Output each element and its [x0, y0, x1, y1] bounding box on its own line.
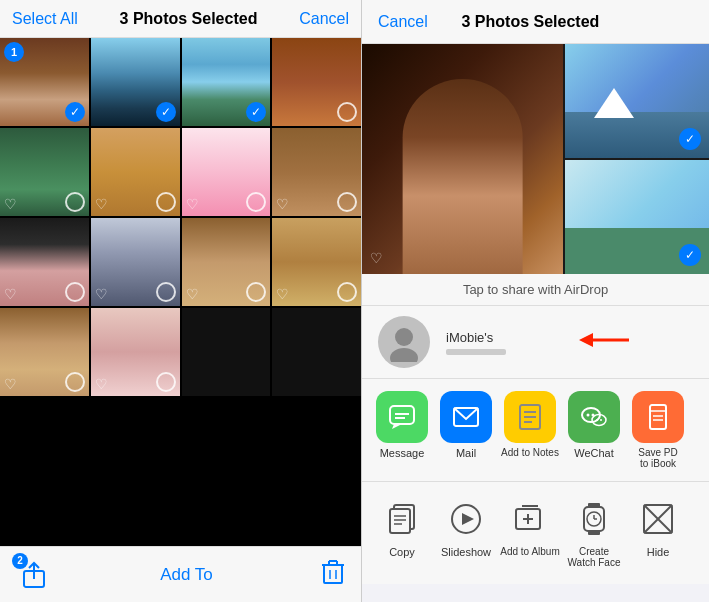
red-arrow — [579, 325, 629, 359]
check-empty-icon — [337, 282, 357, 302]
preview-main-photo[interactable]: ♡ — [362, 44, 563, 274]
slideshow-icon — [445, 498, 487, 540]
heart-icon: ♡ — [95, 286, 108, 302]
photo-cell[interactable]: 1 ✓ — [0, 38, 89, 126]
preview-top-photo[interactable]: ✓ — [565, 44, 709, 158]
more-action-copy[interactable]: Copy — [370, 498, 434, 568]
share-button[interactable]: 2 — [16, 557, 52, 593]
check-empty-icon — [156, 372, 176, 392]
right-header: Cancel 3 Photos Selected — [362, 0, 709, 44]
check-icon: ✓ — [246, 102, 266, 122]
copy-icon — [381, 498, 423, 540]
wechat-label: WeChat — [574, 447, 614, 459]
watch-face-icon — [573, 498, 615, 540]
watch-face-label: CreateWatch Face — [568, 546, 621, 568]
heart-icon: ♡ — [186, 196, 199, 212]
more-action-hide[interactable]: Hide — [626, 498, 690, 568]
svg-point-9 — [395, 328, 413, 346]
left-header-title: 3 Photos Selected — [120, 10, 258, 28]
more-action-watch-face[interactable]: CreateWatch Face — [562, 498, 626, 568]
left-cancel-button[interactable]: Cancel — [299, 10, 349, 28]
check-empty-icon — [156, 282, 176, 302]
photo-cell[interactable]: ♡ — [272, 218, 361, 306]
slideshow-label: Slideshow — [441, 546, 491, 558]
message-label: Message — [380, 447, 425, 459]
photo-cell[interactable]: ✓ — [91, 38, 180, 126]
photo-grid: 1 ✓ ✓ ✓ ♡ ♡ ♡ ♡ ♡ — [0, 38, 361, 546]
svg-point-22 — [587, 414, 590, 417]
heart-icon: ♡ — [95, 196, 108, 212]
contact-name: iMobie's — [446, 330, 506, 355]
photo-cell[interactable]: ♡ — [182, 218, 271, 306]
photo-cell[interactable] — [272, 38, 361, 126]
notes-label: Add to Notes — [501, 447, 559, 458]
check-empty-icon — [65, 372, 85, 392]
more-action-add-album[interactable]: Add to Album — [498, 498, 562, 568]
check-empty-icon — [337, 192, 357, 212]
photo-cell[interactable]: ♡ — [91, 128, 180, 216]
check-empty-icon — [246, 282, 266, 302]
photo-cell-empty — [272, 308, 361, 396]
contact-name-redacted — [446, 349, 506, 355]
share-actions-row: Message Mail Add to Notes — [362, 379, 709, 482]
svg-marker-37 — [462, 513, 474, 525]
right-panel: Cancel 3 Photos Selected ♡ ✓ ✓ Tap to sh… — [362, 0, 709, 602]
more-action-slideshow[interactable]: Slideshow — [434, 498, 498, 568]
footer-badge: 2 — [12, 553, 28, 569]
select-all-button[interactable]: Select All — [12, 10, 78, 28]
svg-point-26 — [600, 419, 602, 421]
right-cancel-button[interactable]: Cancel — [378, 13, 428, 31]
arrow-icon — [579, 325, 629, 355]
check-empty-icon — [65, 192, 85, 212]
photo-cell[interactable]: ♡ — [0, 308, 89, 396]
svg-rect-32 — [390, 509, 410, 533]
share-action-wechat[interactable]: WeChat — [562, 391, 626, 469]
svg-point-25 — [596, 419, 598, 421]
svg-rect-2 — [324, 565, 342, 583]
notes-icon — [504, 391, 556, 443]
selection-badge: 1 — [4, 42, 24, 62]
contact-name-text: iMobie's — [446, 330, 506, 345]
share-action-ibooks[interactable]: Save PDto iBook — [626, 391, 690, 469]
right-header-title: 3 Photos Selected — [461, 13, 599, 31]
ibooks-icon — [632, 391, 684, 443]
photo-cell[interactable]: ♡ — [91, 218, 180, 306]
wechat-icon — [568, 391, 620, 443]
heart-icon: ♡ — [186, 286, 199, 302]
photo-cell[interactable]: ♡ — [0, 218, 89, 306]
check-empty-icon — [156, 192, 176, 212]
trash-icon — [321, 559, 345, 585]
photo-cell[interactable]: ♡ — [182, 128, 271, 216]
trash-button[interactable] — [321, 559, 345, 590]
preview-check-icon-2: ✓ — [679, 244, 701, 266]
photo-cell[interactable]: ✓ — [182, 38, 271, 126]
heart-icon: ♡ — [95, 376, 108, 392]
check-empty-icon — [337, 102, 357, 122]
airdrop-hint: Tap to share with AirDrop — [362, 274, 709, 306]
photo-cell[interactable]: ♡ — [272, 128, 361, 216]
share-action-message[interactable]: Message — [370, 391, 434, 469]
check-icon: ✓ — [156, 102, 176, 122]
check-empty-icon — [65, 282, 85, 302]
preview-bottom-photo[interactable]: ✓ — [565, 160, 709, 274]
preview-side: ✓ ✓ — [565, 44, 709, 274]
ibooks-label: Save PDto iBook — [638, 447, 677, 469]
hide-label: Hide — [647, 546, 670, 558]
mail-label: Mail — [456, 447, 476, 459]
contact-avatar[interactable] — [378, 316, 430, 368]
mail-icon — [440, 391, 492, 443]
photo-cell[interactable]: ♡ — [0, 128, 89, 216]
photo-cell[interactable]: ♡ — [91, 308, 180, 396]
photo-cell-empty — [182, 308, 271, 396]
share-action-mail[interactable]: Mail — [434, 391, 498, 469]
heart-icon: ♡ — [276, 286, 289, 302]
heart-icon: ♡ — [4, 376, 17, 392]
add-album-label: Add to Album — [500, 546, 559, 557]
share-action-notes[interactable]: Add to Notes — [498, 391, 562, 469]
add-to-button[interactable]: Add To — [160, 565, 213, 585]
copy-label: Copy — [389, 546, 415, 558]
add-album-icon — [509, 498, 551, 540]
svg-rect-27 — [650, 405, 666, 429]
hide-icon — [637, 498, 679, 540]
message-icon — [376, 391, 428, 443]
